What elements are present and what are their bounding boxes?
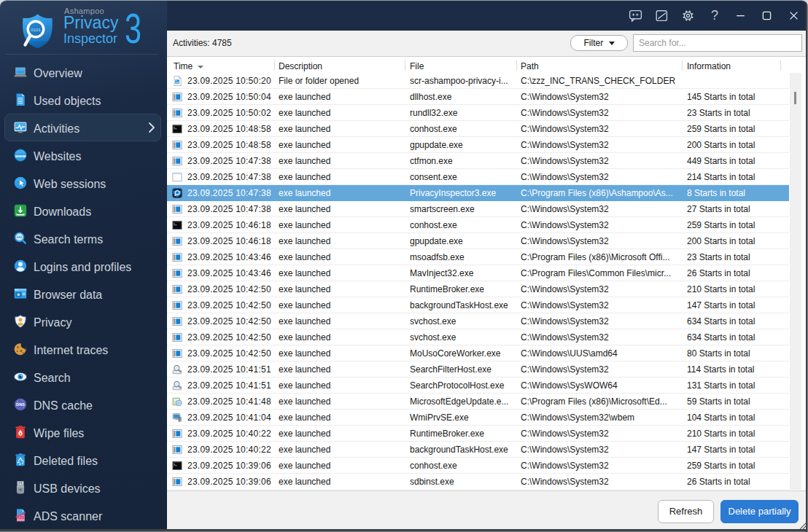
svg-text:ADS: ADS <box>17 516 24 520</box>
svg-text:www: www <box>15 153 26 158</box>
svg-text:0101: 0101 <box>31 27 41 32</box>
svg-text:DNS: DNS <box>16 402 25 407</box>
